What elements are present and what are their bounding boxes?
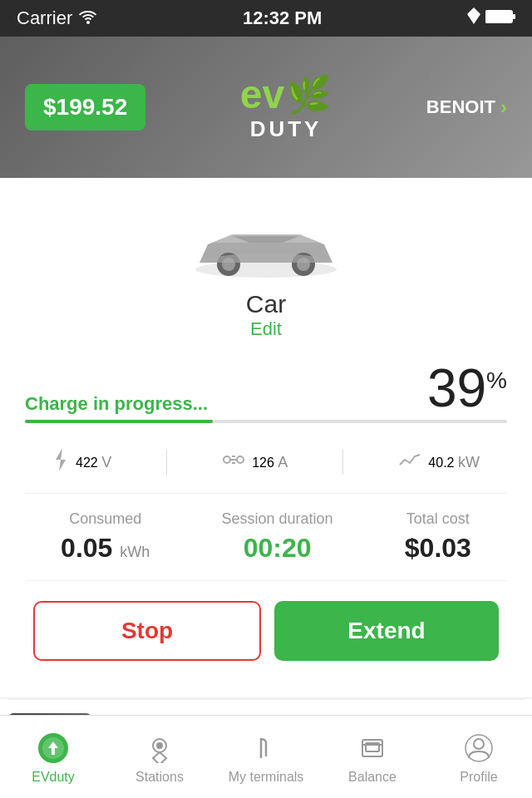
voltage-icon	[52, 448, 69, 476]
balance-nav-icon	[354, 730, 391, 766]
wifi-icon	[79, 7, 97, 29]
main-content: Car Edit Charge in progress... 39% 422	[0, 178, 532, 697]
carrier-label: Carrier	[17, 7, 72, 29]
username-label: BENOIT	[426, 96, 495, 118]
stop-button[interactable]: Stop	[33, 601, 261, 661]
current-value: 126 A	[252, 454, 288, 471]
action-buttons-row: Stop Extend	[25, 581, 507, 681]
car-section: Car Edit	[25, 195, 507, 348]
current-metric: 126 A	[222, 450, 288, 475]
stations-nav-icon	[141, 730, 178, 766]
balance-badge[interactable]: $199.52	[25, 84, 145, 131]
ev-text: ev	[240, 75, 284, 115]
nav-label-my-terminals: My terminals	[229, 770, 304, 785]
car-edit-button[interactable]: Edit	[250, 318, 282, 340]
charge-status-row: Charge in progress... 39%	[25, 362, 507, 420]
car-image-wrap	[183, 211, 349, 290]
svg-point-17	[157, 743, 162, 748]
session-duration-stat: Session duration 00:20	[222, 510, 333, 564]
consumed-stat: Consumed 0.05 kWh	[61, 510, 150, 564]
svg-point-9	[224, 456, 230, 463]
charge-progress-fill	[25, 420, 213, 423]
nav-label-profile: Profile	[460, 770, 497, 785]
total-cost-stat: Total cost $0.03	[405, 510, 471, 564]
profile-nav-icon	[461, 730, 497, 766]
extend-button[interactable]: Extend	[274, 601, 499, 661]
svg-point-21	[474, 739, 484, 749]
evduty-nav-icon	[35, 730, 71, 766]
location-icon	[467, 7, 480, 29]
status-right	[467, 7, 515, 29]
status-time: 12:32 PM	[243, 7, 322, 29]
status-bar: Carrier 12:32 PM	[0, 0, 532, 37]
power-metric: 40.2 kW	[398, 450, 480, 475]
voltage-value: 422 V	[76, 454, 111, 471]
nav-item-evduty[interactable]: EVduty	[0, 730, 106, 785]
nav-item-profile[interactable]: Profile	[426, 730, 532, 785]
nav-label-balance: Balance	[348, 770, 397, 785]
current-icon	[222, 450, 245, 475]
metrics-row: 422 V 126 A	[25, 440, 507, 494]
user-info[interactable]: BENOIT ›	[426, 96, 507, 119]
consumed-value: 0.05 kWh	[61, 533, 150, 564]
svg-point-3	[195, 261, 337, 278]
nav-item-my-terminals[interactable]: My terminals	[213, 730, 319, 785]
power-icon	[398, 450, 421, 475]
header: $199.52 ev 🌿 duty BENOIT ›	[0, 37, 532, 178]
terminals-nav-icon	[248, 730, 284, 766]
metric-divider-2	[342, 450, 343, 475]
bottom-nav: EVduty Stations My terminals	[0, 715, 532, 798]
nav-item-balance[interactable]: Balance	[319, 730, 426, 785]
charge-status-label: Charge in progress...	[25, 393, 208, 415]
nav-item-stations[interactable]: Stations	[106, 730, 213, 785]
car-silhouette-icon	[183, 219, 349, 282]
svg-rect-1	[513, 14, 515, 19]
stats-row: Consumed 0.05 kWh Session duration 00:20…	[25, 494, 507, 581]
duty-text: duty	[250, 116, 323, 142]
metric-divider-1	[166, 450, 167, 475]
total-cost-label: Total cost	[406, 510, 470, 528]
svg-marker-8	[56, 448, 66, 471]
power-value: 40.2 kW	[428, 454, 480, 471]
session-duration-label: Session duration	[222, 510, 333, 528]
charge-percent-display: 39%	[427, 362, 507, 415]
user-chevron-icon: ›	[500, 96, 507, 119]
status-left: Carrier	[17, 7, 97, 29]
session-duration-value: 00:20	[244, 533, 312, 564]
battery-icon	[485, 7, 515, 29]
voltage-metric: 422 V	[52, 448, 111, 476]
charge-progress-bar	[25, 420, 507, 423]
car-name-label: Car	[246, 290, 286, 318]
nav-label-evduty: EVduty	[32, 770, 75, 785]
leaf-icon: 🌿	[286, 73, 332, 116]
nav-label-stations: Stations	[135, 770, 184, 785]
svg-point-10	[237, 456, 244, 463]
consumed-label: Consumed	[69, 510, 141, 528]
total-cost-value: $0.03	[405, 533, 471, 564]
app-logo: ev 🌿 duty	[240, 73, 332, 142]
svg-rect-2	[486, 12, 511, 22]
